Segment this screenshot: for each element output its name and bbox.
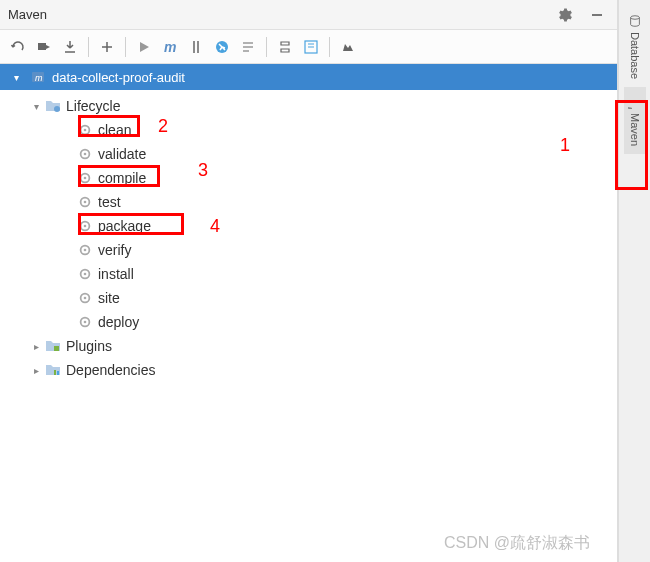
- maven-toolbar: m: [0, 30, 617, 64]
- project-name: data-collect-proof-audit: [52, 70, 185, 85]
- svg-text:m: m: [628, 106, 636, 109]
- chevron-right-icon: ▸: [28, 365, 44, 376]
- goal-label: clean: [98, 122, 131, 138]
- separator: [125, 37, 126, 57]
- chevron-right-icon: ▸: [28, 341, 44, 352]
- gear-icon: [76, 145, 94, 163]
- panel-title: Maven: [8, 7, 47, 22]
- settings-icon[interactable]: [553, 3, 577, 27]
- maven-settings-icon[interactable]: [336, 35, 360, 59]
- panel-header: Maven: [0, 0, 617, 30]
- goal-verify[interactable]: verify: [0, 238, 617, 262]
- separator: [88, 37, 89, 57]
- plugins-label: Plugins: [66, 338, 112, 354]
- download-icon[interactable]: [58, 35, 82, 59]
- maven-tree: ▾ Lifecycle clean validate compile test: [0, 90, 617, 386]
- goal-label: deploy: [98, 314, 139, 330]
- goal-package[interactable]: package: [0, 214, 617, 238]
- run-icon[interactable]: [132, 35, 156, 59]
- right-sidebar: Database m Maven: [618, 0, 650, 562]
- chevron-down-icon: ▾: [8, 72, 24, 83]
- svg-point-10: [84, 153, 87, 156]
- svg-point-6: [54, 106, 60, 112]
- plugins-node[interactable]: ▸ Plugins: [0, 334, 617, 358]
- gear-icon: [76, 289, 94, 307]
- dependencies-node[interactable]: ▸ Dependencies: [0, 358, 617, 382]
- gear-icon: [76, 193, 94, 211]
- gear-icon: [76, 121, 94, 139]
- gear-icon: [76, 169, 94, 187]
- reimport-icon[interactable]: [6, 35, 30, 59]
- goal-label: site: [98, 290, 120, 306]
- svg-point-28: [630, 16, 639, 20]
- goal-label: install: [98, 266, 134, 282]
- goal-label: validate: [98, 146, 146, 162]
- svg-point-22: [84, 297, 87, 300]
- goal-label: compile: [98, 170, 146, 186]
- sidebar-tab-database[interactable]: Database: [624, 6, 646, 87]
- gear-icon: [76, 313, 94, 331]
- separator: [329, 37, 330, 57]
- goal-clean[interactable]: clean: [0, 118, 617, 142]
- lifecycle-node[interactable]: ▾ Lifecycle: [0, 94, 617, 118]
- goal-label: verify: [98, 242, 131, 258]
- project-root[interactable]: ▾ m data-collect-proof-audit: [0, 64, 617, 90]
- tab-label: Maven: [629, 113, 641, 146]
- svg-rect-0: [592, 14, 602, 16]
- goal-deploy[interactable]: deploy: [0, 310, 617, 334]
- collapse-all-icon[interactable]: [273, 35, 297, 59]
- separator: [266, 37, 267, 57]
- svg-rect-26: [54, 370, 56, 375]
- gear-icon: [76, 241, 94, 259]
- chevron-down-icon: ▾: [28, 101, 44, 112]
- sidebar-tab-maven[interactable]: m Maven: [624, 87, 646, 154]
- gear-icon: [76, 217, 94, 235]
- svg-rect-25: [54, 346, 59, 351]
- goal-test[interactable]: test: [0, 190, 617, 214]
- maven-module-icon: m: [30, 69, 46, 85]
- svg-point-16: [84, 225, 87, 228]
- svg-point-24: [84, 321, 87, 324]
- lifecycle-label: Lifecycle: [66, 98, 120, 114]
- folder-plugins-icon: [44, 337, 62, 355]
- generate-sources-icon[interactable]: [32, 35, 56, 59]
- dependencies-label: Dependencies: [66, 362, 156, 378]
- execute-goal-icon[interactable]: m: [158, 35, 182, 59]
- goal-compile[interactable]: compile: [0, 166, 617, 190]
- svg-text:m: m: [35, 73, 43, 83]
- minimize-icon[interactable]: [585, 3, 609, 27]
- svg-point-12: [84, 177, 87, 180]
- toggle-offline-icon[interactable]: [184, 35, 208, 59]
- add-icon[interactable]: [95, 35, 119, 59]
- goal-label: test: [98, 194, 121, 210]
- svg-point-18: [84, 249, 87, 252]
- goal-label: package: [98, 218, 151, 234]
- svg-point-14: [84, 201, 87, 204]
- svg-text:m: m: [164, 39, 176, 55]
- svg-point-8: [84, 129, 87, 132]
- goal-validate[interactable]: validate: [0, 142, 617, 166]
- goal-install[interactable]: install: [0, 262, 617, 286]
- gear-icon: [76, 265, 94, 283]
- show-dependencies-icon[interactable]: [236, 35, 260, 59]
- folder-gear-icon: [44, 97, 62, 115]
- watermark: CSDN @疏舒淑森书: [444, 533, 590, 554]
- toggle-skip-tests-icon[interactable]: [210, 35, 234, 59]
- svg-rect-27: [57, 371, 59, 375]
- show-diagram-icon[interactable]: [299, 35, 323, 59]
- goal-site[interactable]: site: [0, 286, 617, 310]
- svg-point-20: [84, 273, 87, 276]
- tab-label: Database: [629, 32, 641, 79]
- folder-dependencies-icon: [44, 361, 62, 379]
